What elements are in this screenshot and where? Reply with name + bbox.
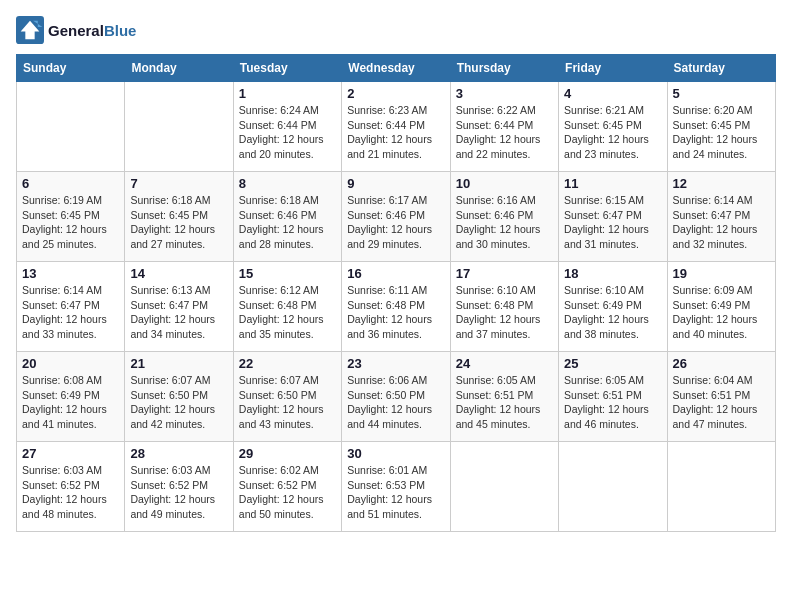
day-info: Sunrise: 6:14 AMSunset: 6:47 PMDaylight:…	[22, 283, 119, 342]
header-friday: Friday	[559, 55, 667, 82]
calendar-cell: 22Sunrise: 6:07 AMSunset: 6:50 PMDayligh…	[233, 352, 341, 442]
calendar-cell: 29Sunrise: 6:02 AMSunset: 6:52 PMDayligh…	[233, 442, 341, 532]
calendar-week-4: 20Sunrise: 6:08 AMSunset: 6:49 PMDayligh…	[17, 352, 776, 442]
calendar-cell: 16Sunrise: 6:11 AMSunset: 6:48 PMDayligh…	[342, 262, 450, 352]
calendar-cell: 10Sunrise: 6:16 AMSunset: 6:46 PMDayligh…	[450, 172, 558, 262]
day-info: Sunrise: 6:18 AMSunset: 6:45 PMDaylight:…	[130, 193, 227, 252]
day-number: 5	[673, 86, 770, 101]
day-info: Sunrise: 6:04 AMSunset: 6:51 PMDaylight:…	[673, 373, 770, 432]
day-info: Sunrise: 6:06 AMSunset: 6:50 PMDaylight:…	[347, 373, 444, 432]
header-saturday: Saturday	[667, 55, 775, 82]
day-number: 18	[564, 266, 661, 281]
day-number: 20	[22, 356, 119, 371]
day-number: 29	[239, 446, 336, 461]
calendar-cell: 20Sunrise: 6:08 AMSunset: 6:49 PMDayligh…	[17, 352, 125, 442]
day-info: Sunrise: 6:09 AMSunset: 6:49 PMDaylight:…	[673, 283, 770, 342]
calendar-cell: 1Sunrise: 6:24 AMSunset: 6:44 PMDaylight…	[233, 82, 341, 172]
calendar-cell: 14Sunrise: 6:13 AMSunset: 6:47 PMDayligh…	[125, 262, 233, 352]
day-info: Sunrise: 6:05 AMSunset: 6:51 PMDaylight:…	[564, 373, 661, 432]
day-info: Sunrise: 6:10 AMSunset: 6:49 PMDaylight:…	[564, 283, 661, 342]
day-info: Sunrise: 6:03 AMSunset: 6:52 PMDaylight:…	[130, 463, 227, 522]
day-info: Sunrise: 6:24 AMSunset: 6:44 PMDaylight:…	[239, 103, 336, 162]
day-number: 11	[564, 176, 661, 191]
calendar-cell: 11Sunrise: 6:15 AMSunset: 6:47 PMDayligh…	[559, 172, 667, 262]
day-info: Sunrise: 6:23 AMSunset: 6:44 PMDaylight:…	[347, 103, 444, 162]
day-number: 30	[347, 446, 444, 461]
header-monday: Monday	[125, 55, 233, 82]
calendar-cell	[450, 442, 558, 532]
calendar-cell: 30Sunrise: 6:01 AMSunset: 6:53 PMDayligh…	[342, 442, 450, 532]
logo-icon	[16, 16, 44, 44]
day-info: Sunrise: 6:02 AMSunset: 6:52 PMDaylight:…	[239, 463, 336, 522]
day-info: Sunrise: 6:22 AMSunset: 6:44 PMDaylight:…	[456, 103, 553, 162]
day-info: Sunrise: 6:10 AMSunset: 6:48 PMDaylight:…	[456, 283, 553, 342]
day-info: Sunrise: 6:21 AMSunset: 6:45 PMDaylight:…	[564, 103, 661, 162]
day-number: 27	[22, 446, 119, 461]
day-number: 24	[456, 356, 553, 371]
day-info: Sunrise: 6:07 AMSunset: 6:50 PMDaylight:…	[239, 373, 336, 432]
day-info: Sunrise: 6:20 AMSunset: 6:45 PMDaylight:…	[673, 103, 770, 162]
calendar-cell	[17, 82, 125, 172]
day-number: 13	[22, 266, 119, 281]
calendar-cell: 13Sunrise: 6:14 AMSunset: 6:47 PMDayligh…	[17, 262, 125, 352]
calendar-cell	[667, 442, 775, 532]
calendar-cell	[559, 442, 667, 532]
calendar-cell: 5Sunrise: 6:20 AMSunset: 6:45 PMDaylight…	[667, 82, 775, 172]
calendar-week-1: 1Sunrise: 6:24 AMSunset: 6:44 PMDaylight…	[17, 82, 776, 172]
day-info: Sunrise: 6:01 AMSunset: 6:53 PMDaylight:…	[347, 463, 444, 522]
day-info: Sunrise: 6:11 AMSunset: 6:48 PMDaylight:…	[347, 283, 444, 342]
day-number: 3	[456, 86, 553, 101]
day-number: 6	[22, 176, 119, 191]
day-number: 14	[130, 266, 227, 281]
calendar-cell: 26Sunrise: 6:04 AMSunset: 6:51 PMDayligh…	[667, 352, 775, 442]
header-tuesday: Tuesday	[233, 55, 341, 82]
day-number: 17	[456, 266, 553, 281]
calendar-cell: 4Sunrise: 6:21 AMSunset: 6:45 PMDaylight…	[559, 82, 667, 172]
calendar-cell: 24Sunrise: 6:05 AMSunset: 6:51 PMDayligh…	[450, 352, 558, 442]
calendar-cell: 6Sunrise: 6:19 AMSunset: 6:45 PMDaylight…	[17, 172, 125, 262]
day-number: 25	[564, 356, 661, 371]
day-info: Sunrise: 6:15 AMSunset: 6:47 PMDaylight:…	[564, 193, 661, 252]
day-number: 23	[347, 356, 444, 371]
day-info: Sunrise: 6:14 AMSunset: 6:47 PMDaylight:…	[673, 193, 770, 252]
day-number: 4	[564, 86, 661, 101]
day-number: 21	[130, 356, 227, 371]
day-info: Sunrise: 6:18 AMSunset: 6:46 PMDaylight:…	[239, 193, 336, 252]
day-info: Sunrise: 6:05 AMSunset: 6:51 PMDaylight:…	[456, 373, 553, 432]
day-number: 16	[347, 266, 444, 281]
day-number: 9	[347, 176, 444, 191]
day-number: 22	[239, 356, 336, 371]
calendar-cell: 15Sunrise: 6:12 AMSunset: 6:48 PMDayligh…	[233, 262, 341, 352]
calendar-cell: 2Sunrise: 6:23 AMSunset: 6:44 PMDaylight…	[342, 82, 450, 172]
logo: GeneralBlue	[16, 16, 136, 44]
day-number: 19	[673, 266, 770, 281]
day-number: 28	[130, 446, 227, 461]
day-info: Sunrise: 6:19 AMSunset: 6:45 PMDaylight:…	[22, 193, 119, 252]
day-number: 12	[673, 176, 770, 191]
calendar-week-3: 13Sunrise: 6:14 AMSunset: 6:47 PMDayligh…	[17, 262, 776, 352]
day-number: 1	[239, 86, 336, 101]
day-info: Sunrise: 6:07 AMSunset: 6:50 PMDaylight:…	[130, 373, 227, 432]
header-thursday: Thursday	[450, 55, 558, 82]
day-info: Sunrise: 6:03 AMSunset: 6:52 PMDaylight:…	[22, 463, 119, 522]
day-info: Sunrise: 6:08 AMSunset: 6:49 PMDaylight:…	[22, 373, 119, 432]
calendar-cell: 12Sunrise: 6:14 AMSunset: 6:47 PMDayligh…	[667, 172, 775, 262]
calendar-cell: 23Sunrise: 6:06 AMSunset: 6:50 PMDayligh…	[342, 352, 450, 442]
day-number: 26	[673, 356, 770, 371]
calendar-table: SundayMondayTuesdayWednesdayThursdayFrid…	[16, 54, 776, 532]
logo-text: GeneralBlue	[48, 22, 136, 39]
day-info: Sunrise: 6:12 AMSunset: 6:48 PMDaylight:…	[239, 283, 336, 342]
calendar-cell: 21Sunrise: 6:07 AMSunset: 6:50 PMDayligh…	[125, 352, 233, 442]
calendar-week-2: 6Sunrise: 6:19 AMSunset: 6:45 PMDaylight…	[17, 172, 776, 262]
day-number: 7	[130, 176, 227, 191]
header-sunday: Sunday	[17, 55, 125, 82]
day-number: 10	[456, 176, 553, 191]
page-header: GeneralBlue	[16, 16, 776, 44]
calendar-cell: 3Sunrise: 6:22 AMSunset: 6:44 PMDaylight…	[450, 82, 558, 172]
calendar-cell: 7Sunrise: 6:18 AMSunset: 6:45 PMDaylight…	[125, 172, 233, 262]
calendar-cell: 9Sunrise: 6:17 AMSunset: 6:46 PMDaylight…	[342, 172, 450, 262]
calendar-cell: 28Sunrise: 6:03 AMSunset: 6:52 PMDayligh…	[125, 442, 233, 532]
day-number: 8	[239, 176, 336, 191]
calendar-cell: 25Sunrise: 6:05 AMSunset: 6:51 PMDayligh…	[559, 352, 667, 442]
calendar-cell	[125, 82, 233, 172]
